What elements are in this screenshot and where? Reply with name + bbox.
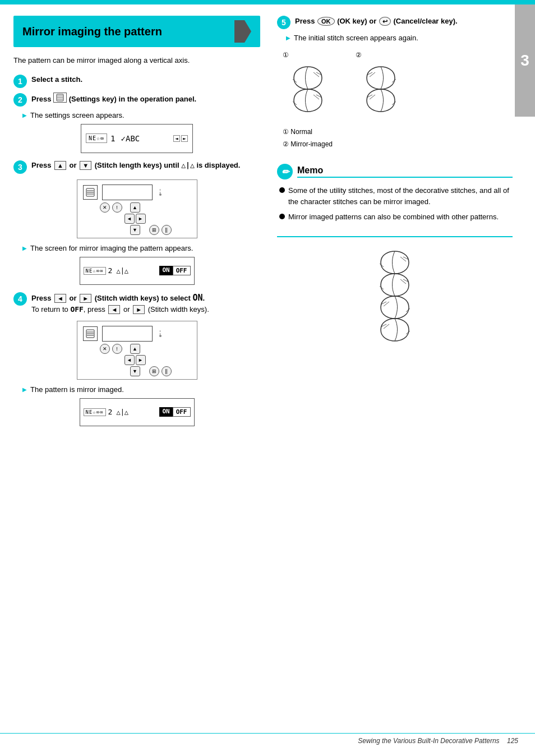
step-4-text: Press ◄ or ► (Stitch width keys) to sele… [31,292,209,315]
left-width-btn2[interactable]: ◄ [124,355,135,365]
memo-section: ✏ Memo Some of the utility stitches, mos… [277,164,513,237]
section-title-box: Mirror imaging the pattern [13,16,260,47]
lcd-icons-1: NE☆∞ [86,133,107,143]
bullet-1 [279,187,285,193]
auto-btn2[interactable]: || [162,366,172,376]
off-label: OFF [173,266,191,275]
down-stitch-btn[interactable]: ▼ [130,225,140,235]
info-btn[interactable]: ! [112,202,122,213]
mirror-symbol: △|△ [181,161,194,169]
down-stitch-btn2[interactable]: ▼ [130,366,140,376]
info-btn2[interactable]: ! [112,344,122,354]
memo-title: Memo [297,165,513,178]
memo-list: Some of the utility stitches, most of th… [277,185,513,223]
title-arrow-icon [234,20,251,43]
svg-line-18 [370,72,375,77]
indicator [159,189,162,196]
pattern-labels-text: ① Normal ② Mirror-imaged [283,126,513,150]
settings3-btn[interactable]: ⊞ [149,366,159,376]
settings2-btn[interactable]: ⊞ [149,225,159,235]
step-3: 3 Press ▲ or ▼ (Stitch length keys) unti… [13,160,260,174]
right-key-ref[interactable]: ► [133,305,145,314]
off-label2: OFF [173,407,191,417]
up-key-btn[interactable]: ▲ [54,161,66,170]
svg-line-21 [370,95,375,99]
step-4-circle: 4 [13,292,27,306]
on-label2: ON [159,407,172,417]
step-3-circle: 3 [13,160,27,174]
memo-title-row: ✏ Memo [277,164,513,179]
top-bar [0,0,535,4]
step-2: 2 Press (Settings key) in the operation … [13,93,260,107]
left-arrow-btn[interactable]: ◄ [173,135,180,142]
settings-icon-panel2 [83,326,98,341]
up-stitch-btn[interactable]: ▲ [130,202,140,213]
right-width-btn[interactable]: ► [136,214,146,224]
screen-mockup-2: NE☆∞∞ 2 △|△ ON OFF [80,257,195,285]
step-5-circle: 5 [277,16,290,29]
footer-line [0,733,535,734]
left-column: Mirror imaging the pattern The pattern c… [13,16,271,433]
svg-line-33 [384,324,389,329]
step-3-text: Press ▲ or ▼ (Stitch length keys) until … [31,160,240,171]
panel-illus-4: ✕ ! ▲ ◄ ► ▼ [77,321,197,380]
up-stitch-btn2[interactable]: ▲ [130,344,140,354]
settings-key-icon [53,93,67,103]
auto-btn[interactable]: || [162,225,172,235]
left-width-key[interactable]: ◄ [54,294,66,303]
right-column: 5 Press OK (OK key) or ↩ (Cancel/clear k… [271,16,513,433]
display-area [102,185,153,200]
mirrored-stitch-svg [356,61,406,117]
section-title: Mirror imaging the pattern [22,25,162,38]
pattern-normal: ① [283,51,333,117]
right-arrow-btn[interactable]: ► [181,135,188,142]
memo-item-1: Some of the utility stitches, most of th… [279,185,513,207]
memo-item-2: Mirror imaged patterns can also be combi… [279,211,513,223]
settings-icon-panel [83,185,98,200]
step-5-text: Press OK (OK key) or ↩ (Cancel/clear key… [295,16,458,27]
combined-pattern-image [277,248,513,361]
pattern-num-1: ① [283,51,289,59]
display-area2 [102,326,153,342]
x-btn2[interactable]: ✕ [100,344,110,354]
step-1-circle: 1 [13,75,27,88]
ok-key-btn[interactable]: OK [317,17,335,26]
screen-mockup-1: NE☆∞ 1 ✓ABC ◄ ► [81,124,193,153]
right-width-key[interactable]: ► [80,294,91,303]
svg-line-27 [400,279,406,284]
screen-mockup-3: NE☆∞∞ 2 △|△ ON OFF [80,398,195,426]
bullet-2 [279,214,285,219]
down-key-btn[interactable]: ▼ [80,161,91,170]
normal-stitch-svg [283,61,333,117]
pattern-images-row: ① ② [283,51,513,117]
on-label: ON [159,266,172,275]
memo-icon: ✏ [277,164,293,179]
svg-line-30 [384,302,389,306]
pattern-mirror: ② [356,51,406,117]
svg-line-12 [313,72,319,77]
pattern-num-2: ② [356,51,362,59]
svg-line-15 [313,95,319,99]
step-4-result: The pattern is mirror imaged. [22,385,260,394]
step-5: 5 Press OK (OK key) or ↩ (Cancel/clear k… [277,16,513,29]
intro-text: The pattern can be mirror imaged along a… [13,55,260,66]
x-btn[interactable]: ✕ [100,202,110,213]
step-2-result: The settings screen appears. [22,111,260,119]
left-width-btn[interactable]: ◄ [124,214,135,224]
right-width-btn2[interactable]: ► [136,355,146,365]
panel-illus-3: ✕ ! ▲ ◄ ► ▼ [77,179,197,238]
chapter-tab: 3 [515,4,535,117]
step-2-text: Press (Settings key) in the operation pa… [31,93,196,105]
step-5-result: The initial stitch screen appears again. [286,34,513,42]
chapter-number: 3 [520,52,529,70]
svg-line-24 [400,257,406,261]
step-4: 4 Press ◄ or ► (Stitch width keys) to se… [13,292,260,315]
cancel-key-btn[interactable]: ↩ [379,17,391,26]
left-key-ref[interactable]: ◄ [108,305,120,314]
step-1-text: Select a stitch. [31,74,82,85]
step-3-result: The screen for mirror imaging the patter… [22,244,260,252]
combined-stitch-svg [367,248,423,361]
page-footer: Sewing the Various Built-In Decorative P… [358,737,518,745]
step-2-circle: 2 [13,93,27,107]
lcd-text-1: 1 ✓ABC ◄ ► [110,134,188,143]
